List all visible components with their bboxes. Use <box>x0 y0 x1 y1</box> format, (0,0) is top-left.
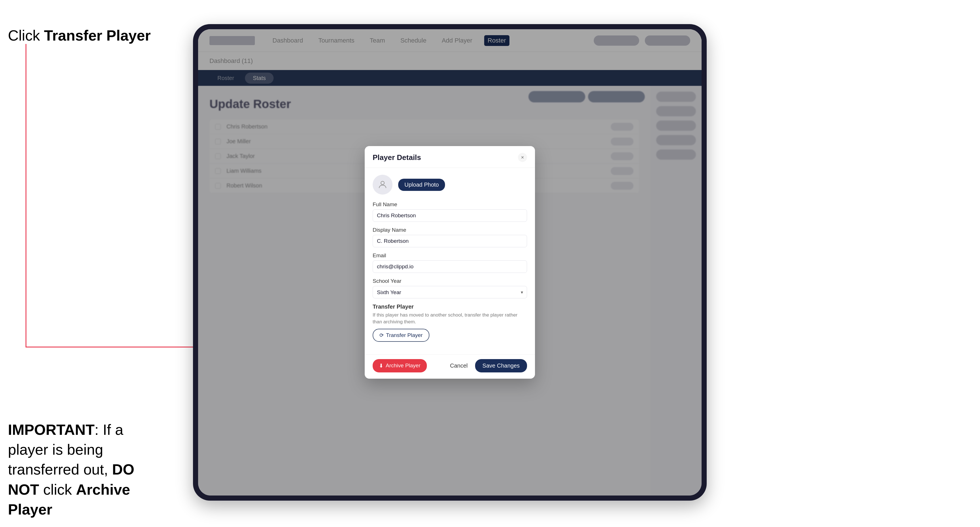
transfer-section-title: Transfer Player <box>373 303 527 310</box>
svg-point-0 <box>381 181 384 185</box>
annotation-line-vertical <box>25 44 26 348</box>
email-label: Email <box>373 252 527 259</box>
transfer-icon: ⟳ <box>379 332 384 338</box>
save-changes-label: Save Changes <box>482 362 520 369</box>
click-instruction: Click Transfer Player <box>8 27 151 44</box>
display-name-input[interactable] <box>373 235 527 247</box>
upload-photo-label: Upload Photo <box>404 181 439 188</box>
transfer-section: Transfer Player If this player has moved… <box>373 303 527 342</box>
player-details-modal: Player Details × <box>365 146 535 379</box>
transfer-section-desc: If this player has moved to another scho… <box>373 312 527 325</box>
school-year-label: School Year <box>373 278 527 284</box>
click-prefix: Click <box>8 27 44 44</box>
email-group: Email <box>373 252 527 273</box>
display-name-group: Display Name <box>373 227 527 247</box>
school-year-select[interactable]: First Year Second Year Third Year Fourth… <box>373 286 527 298</box>
modal-close-button[interactable]: × <box>518 153 527 162</box>
do-not-text: click <box>39 481 76 498</box>
tablet-device: Dashboard Tournaments Team Schedule Add … <box>193 24 707 501</box>
click-bold: Transfer Player <box>44 27 151 44</box>
email-input[interactable] <box>373 260 527 273</box>
footer-right-actions: Cancel Save Changes <box>445 359 527 372</box>
modal-title: Player Details <box>373 153 421 162</box>
photo-upload-row: Upload Photo <box>373 175 527 195</box>
upload-photo-button[interactable]: Upload Photo <box>398 179 445 191</box>
cancel-label: Cancel <box>450 362 468 369</box>
school-year-group: School Year First Year Second Year Third… <box>373 278 527 298</box>
transfer-player-label: Transfer Player <box>386 332 423 338</box>
school-year-select-wrapper: First Year Second Year Third Year Fourth… <box>373 286 527 298</box>
photo-placeholder <box>373 175 393 195</box>
archive-player-label: Archive Player <box>386 362 421 369</box>
full-name-label: Full Name <box>373 202 527 208</box>
important-bold: IMPORTANT <box>8 422 94 438</box>
full-name-group: Full Name <box>373 202 527 222</box>
tablet-screen: Dashboard Tournaments Team Schedule Add … <box>198 29 702 495</box>
modal-header: Player Details × <box>365 146 535 168</box>
save-changes-button[interactable]: Save Changes <box>475 359 527 372</box>
transfer-player-button[interactable]: ⟳ Transfer Player <box>373 329 430 342</box>
archive-icon: ⬇ <box>379 362 383 369</box>
important-label: IMPORTANT: If a player is being transfer… <box>8 420 167 519</box>
modal-body: Upload Photo Full Name Display Name <box>365 168 535 354</box>
cancel-button[interactable]: Cancel <box>445 359 472 372</box>
modal-overlay: Player Details × <box>198 29 702 495</box>
user-icon <box>377 179 388 190</box>
close-icon: × <box>521 155 524 160</box>
archive-player-button[interactable]: ⬇ Archive Player <box>373 359 427 372</box>
display-name-label: Display Name <box>373 227 527 233</box>
modal-footer: ⬇ Archive Player Cancel Save Changes <box>365 354 535 379</box>
full-name-input[interactable] <box>373 210 527 222</box>
